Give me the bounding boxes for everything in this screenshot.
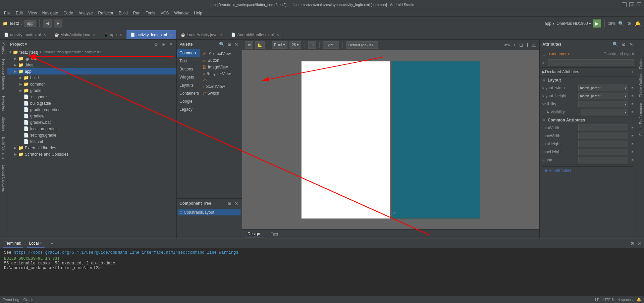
palette-item-button[interactable]: ▭Button [202,57,240,64]
attr-gear-icon[interactable]: ⚙ [621,41,627,48]
palette-cat-layouts[interactable]: Layouts [177,81,200,89]
tab-build-variants[interactable]: Build Variants [1,134,7,162]
tab-project[interactable]: Project [1,40,7,56]
tab-close-icon[interactable]: ✕ [170,33,172,37]
tree-item-gradlew[interactable]: 📄 gradlew [7,113,176,119]
palette-cat-common[interactable]: Common [177,49,200,57]
tab-structure[interactable]: Structure [1,114,7,134]
palette-item-scrollview[interactable]: ↕ScrollView [202,83,240,90]
palette-gear-icon[interactable]: ⚙ [227,41,232,48]
zoom-in-icon[interactable]: + [513,42,517,48]
file-tab-app[interactable]: 📱app✕ [100,30,126,39]
tree-item-gradle-properties[interactable]: 📄 gradle.properties [7,106,176,113]
status-notifications[interactable]: 🔔 [637,297,641,302]
tree-item--gradle[interactable]: ▶ 📁 .gradle [7,55,176,62]
palette-cat-widgets[interactable]: Widgets [177,73,200,81]
bottom-tab-add[interactable]: + [49,240,55,247]
tab-close-icon[interactable]: ✕ [276,33,279,37]
api-picker-btn[interactable]: 28 ▾ [289,41,301,49]
constraint-layout-item[interactable]: ⊡ ConstraintLayout [178,209,240,215]
file-tab-androidmanifest-xml[interactable]: 📄AndroidManifest.xml✕ [227,30,283,39]
orientation-btn[interactable]: ⊡ [308,41,316,49]
attr-search-icon[interactable]: 🔍 [612,41,619,48]
palette-cat-google[interactable]: Google [177,97,200,105]
tab-close-icon[interactable]: ✕ [220,33,223,37]
layout-width-dropdown[interactable]: match_parent ▾ [578,85,628,91]
comp-tree-gear-icon[interactable]: ⚙ [227,200,232,207]
declared-attributes-header[interactable]: ▶ Declared Attributes + [540,68,637,76]
notifications-icon[interactable]: 🔔 [634,20,641,27]
tree-item-test-iml[interactable]: 📄 test.iml [7,138,176,145]
tab-layout-captures[interactable]: Layout Captures [1,162,7,195]
tab-resource-manager[interactable]: Resource Manager [1,56,7,93]
menu-item-view[interactable]: View [25,10,40,16]
palette-item-recyclerview[interactable]: ≡RecyclerView [202,70,240,77]
sidebar-gear-icon[interactable]: ⚙ [153,41,159,48]
tree-item-gradlew-bat[interactable]: 📄 gradlew.bat [7,119,176,125]
device-picker-btn[interactable]: Pixel ▾ [272,41,287,49]
tab-favorites[interactable]: Favorites [1,93,7,114]
palette-item-switch[interactable]: ⇄Switch [202,90,240,97]
status-gradle[interactable]: Gradle [23,298,35,302]
palette-item-imageview[interactable]: 🖼ImageView [202,64,240,70]
tree-item-local-properties[interactable]: 📄 local.properties [7,125,176,132]
tree-item-build[interactable]: ▶ 📁 build [7,74,176,81]
tree-item--idea[interactable]: ▶ 📁 .idea [7,62,176,68]
status-event-log[interactable]: Event Log [3,298,19,302]
id-input[interactable] [548,59,634,66]
file-tab-mainactivity-java[interactable]: ☕MainActivity.java✕ [50,30,100,39]
palette-close-icon[interactable]: ✕ [234,41,239,48]
visibility-dropdown-2[interactable]: ▾ [581,109,628,115]
palette-cat-buttons[interactable]: Buttons [177,65,200,73]
maximize-button[interactable]: □ [629,2,634,7]
menu-item-help[interactable]: Help [191,10,205,16]
comp-tree-close-icon[interactable]: ✕ [234,200,239,207]
locale-picker-btn[interactable]: Default (en-us) ~ [346,41,378,49]
attr-close-icon[interactable]: ✕ [629,41,634,48]
tree-item-external-libraries[interactable]: ▶ 📁 External Libraries [7,145,176,151]
all-attributes-link[interactable]: ▶ All Attributes [542,166,634,174]
palette-item-ab-textview[interactable]: AbAb TextView [202,50,240,57]
min-width-input[interactable] [578,124,628,131]
palette-cat-legacy[interactable]: Legacy [177,105,200,113]
tab-close-icon[interactable]: ✕ [43,33,46,37]
terminal-gradle-link[interactable]: https://docs.gradle.org/5.4.1/userguide/… [14,250,238,255]
canvas-tab-design[interactable]: Design [245,230,263,238]
tree-item-scratches-and-consoles[interactable]: ▶ 📁 Scratches and Consoles [7,151,176,157]
max-height-input[interactable] [578,149,628,155]
bottom-settings-icon[interactable]: ⚙ [630,241,635,246]
zoom-fit-icon[interactable]: ⊡ [519,42,524,48]
min-height-input[interactable] [578,141,628,147]
tree-item-app[interactable]: ▶ 📁 app [7,68,176,74]
menu-item-analyze[interactable]: Analyze [76,10,96,16]
palette-cat-text[interactable]: Text [177,57,200,65]
palette-item--fragment-[interactable]: <> [202,77,240,83]
theme-picker-btn[interactable]: Light ~ [323,41,339,49]
local-close-icon[interactable]: ✕ [40,241,43,245]
canvas-info-icon[interactable]: ℹ [526,42,529,48]
layout-height-dropdown[interactable]: match_parent ▾ [578,93,628,99]
tab-flutter-performance[interactable]: Flutter Performance [637,100,644,138]
menu-item-navigate[interactable]: Navigate [40,10,61,16]
menu-item-build[interactable]: Build [116,10,130,16]
visibility-dropdown-1[interactable]: ▾ [578,101,628,107]
blueprint-mode-btn[interactable]: 📐 [255,41,265,49]
declared-add-icon[interactable]: + [631,69,634,74]
palette-cat-containers[interactable]: Containers [177,89,200,97]
menu-item-code[interactable]: Code [61,10,76,16]
sidebar-close-icon[interactable]: ✕ [168,41,174,48]
menu-item-run[interactable]: Run [130,10,143,16]
search-icon[interactable]: 🔍 [618,20,625,27]
menu-item-refactor[interactable]: Refactor [96,10,116,16]
file-tab-activity-main-xml[interactable]: 📄activity_main.xml✕ [0,30,50,39]
menu-item-window[interactable]: Window [171,10,191,16]
file-tab-loginactivity-java[interactable]: ☕LoginActivity.java✕ [177,30,227,39]
menu-item-tools[interactable]: Tools [143,10,158,16]
tree-item-gradle[interactable]: ▶ 📁 gradle [7,87,176,94]
tab-flutter-outline[interactable]: Flutter Outline [637,71,644,100]
file-tab-activity-login-xml[interactable]: 📄activity_login.xml✕ [126,30,177,39]
tree-item--gitignore[interactable]: 📄 .gitignore [7,94,176,100]
tree-item-common[interactable]: ▶ 📁 common [7,81,176,87]
layout-section-header[interactable]: ▼ Layout [540,76,637,84]
menu-item-file[interactable]: File [1,10,13,16]
